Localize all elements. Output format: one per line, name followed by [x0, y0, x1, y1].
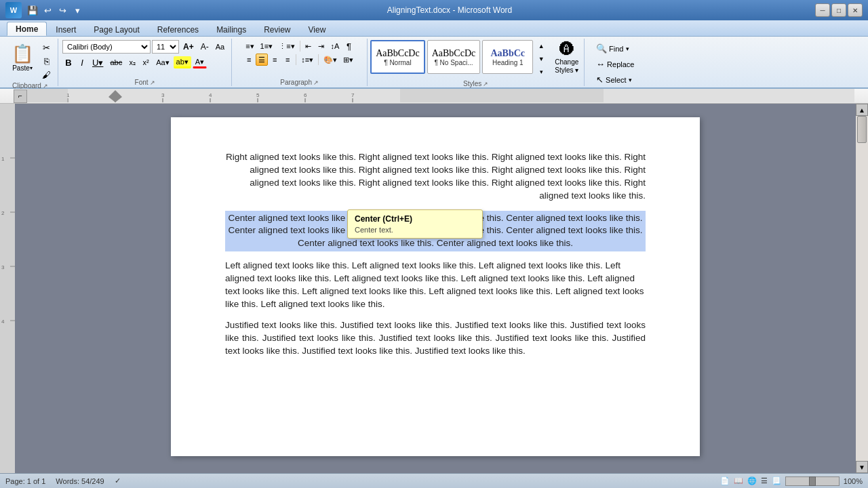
- bold-button[interactable]: B: [62, 56, 75, 68]
- zoom-slider[interactable]: [785, 476, 840, 486]
- multilevel-button[interactable]: ⋮≡▾: [276, 40, 297, 52]
- clipboard-content: 📋 Paste▾ ✂ ⎘ 🖌: [7, 40, 54, 81]
- sep2: [296, 54, 296, 65]
- style-normal-label: ¶ Normal: [384, 59, 411, 66]
- format-painter-button[interactable]: 🖌: [39, 68, 54, 81]
- title-bar-left: W 💾 ↩ ↪ ▾: [5, 2, 84, 18]
- paste-icon: 📋: [12, 43, 33, 64]
- document-scroll[interactable]: Right aligned text looks like this. Righ…: [15, 104, 856, 473]
- zoom-level: 100%: [844, 477, 863, 485]
- view-outline-btn[interactable]: ☰: [761, 476, 768, 485]
- style-normal[interactable]: AaBbCcDc ¶ Normal: [370, 40, 425, 74]
- justify-button[interactable]: ≡: [281, 54, 294, 66]
- ribbon-tabs: Home Insert Page Layout References Maili…: [0, 20, 868, 37]
- paragraph-right: Right aligned text looks like this. Righ…: [225, 151, 646, 203]
- subscript-button[interactable]: x₂: [126, 56, 138, 68]
- font-face-select[interactable]: Calibri (Body): [62, 40, 151, 54]
- clear-formatting-button[interactable]: Aa: [213, 41, 227, 53]
- maximize-button[interactable]: □: [831, 3, 846, 17]
- tab-view[interactable]: View: [300, 22, 335, 36]
- svg-rect-17: [27, 89, 68, 102]
- styles-scroll-down[interactable]: ▼: [535, 53, 547, 65]
- font-color-button[interactable]: A▾: [193, 56, 207, 68]
- view-web-btn[interactable]: 🌐: [747, 476, 757, 485]
- shading-button[interactable]: 🎨▾: [321, 54, 340, 66]
- tab-mailings[interactable]: Mailings: [208, 22, 255, 36]
- scroll-down-button[interactable]: ▼: [856, 461, 868, 473]
- select-label: Select: [606, 76, 627, 84]
- svg-text:3: 3: [1, 264, 5, 270]
- align-right-button[interactable]: ≡: [269, 54, 281, 66]
- superscript-button[interactable]: x²: [140, 56, 152, 68]
- svg-text:2: 2: [1, 210, 5, 216]
- style-heading1[interactable]: AaBbCc Heading 1: [482, 40, 533, 74]
- zoom-slider-thumb[interactable]: [809, 476, 816, 486]
- align-center-button[interactable]: ☰: [256, 54, 268, 66]
- cut-button[interactable]: ✂: [39, 41, 54, 54]
- tab-review[interactable]: Review: [255, 22, 299, 36]
- styles-more[interactable]: ▾: [535, 66, 547, 78]
- clipboard-expand[interactable]: ↗: [43, 83, 48, 89]
- tab-references[interactable]: References: [149, 22, 208, 36]
- scroll-thumb[interactable]: [857, 116, 867, 143]
- borders-button[interactable]: ⊞▾: [340, 54, 356, 66]
- ruler-area: 1 2 3 4 5 6 7: [27, 89, 854, 103]
- strikethrough-button[interactable]: abc: [107, 56, 125, 68]
- text-highlight-button[interactable]: ab▾: [174, 56, 191, 68]
- show-formatting-button[interactable]: ¶: [342, 40, 355, 52]
- paste-button[interactable]: 📋 Paste▾: [7, 40, 38, 75]
- customize-button[interactable]: ▾: [71, 3, 84, 17]
- change-styles-button[interactable]: 🅐 ChangeStyles ▾: [552, 40, 581, 75]
- styles-expand[interactable]: ↗: [483, 81, 488, 87]
- paragraph-content: ≡▾ 1≡▾ ⋮≡▾ ⇤ ⇥ ↕A ¶ ≡ ☰ ≡ ≡ ↕≡▾ 🎨▾ ⊞▾: [243, 40, 356, 77]
- document-page: Right aligned text looks like this. Righ…: [171, 117, 700, 456]
- ruler-corner[interactable]: ⌐: [14, 89, 27, 103]
- save-button[interactable]: 💾: [26, 3, 39, 17]
- italic-button[interactable]: I: [76, 56, 88, 68]
- align-left-button[interactable]: ≡: [243, 54, 255, 66]
- select-button[interactable]: ↖ Select ▾: [593, 73, 635, 87]
- app-icon: W: [5, 2, 22, 18]
- tab-home[interactable]: Home: [7, 22, 47, 36]
- line-spacing-button[interactable]: ↕≡▾: [298, 54, 316, 66]
- find-label: Find: [609, 45, 623, 53]
- increase-indent-button[interactable]: ⇥: [315, 40, 328, 52]
- copy-button[interactable]: ⎘: [39, 55, 54, 67]
- undo-button[interactable]: ↩: [41, 3, 54, 17]
- font-size-increase-button[interactable]: A+: [180, 41, 197, 53]
- font-size-select[interactable]: 11: [152, 40, 179, 54]
- close-button[interactable]: ✕: [848, 3, 863, 17]
- view-draft-btn[interactable]: 📃: [772, 476, 781, 485]
- decrease-indent-button[interactable]: ⇤: [302, 40, 315, 52]
- numbering-button[interactable]: 1≡▾: [258, 40, 276, 52]
- font-expand[interactable]: ↗: [150, 79, 155, 86]
- paragraph-expand[interactable]: ↗: [313, 79, 319, 86]
- sort-button[interactable]: ↕A: [328, 40, 342, 52]
- redo-button[interactable]: ↪: [56, 3, 69, 17]
- para-list-row: ≡▾ 1≡▾ ⋮≡▾ ⇤ ⇥ ↕A ¶: [243, 40, 355, 52]
- tab-page-layout[interactable]: Page Layout: [85, 22, 148, 36]
- find-button[interactable]: 🔍 Find ▾: [593, 41, 632, 56]
- replace-button[interactable]: ↔ Replace: [593, 57, 637, 71]
- word-count: Words: 54/249: [56, 477, 104, 485]
- view-print-btn[interactable]: 📄: [720, 476, 730, 485]
- styles-boxes: AaBbCcDc ¶ Normal AaBbCcDc ¶ No Spaci...…: [370, 40, 581, 79]
- style-no-spacing[interactable]: AaBbCcDc ¶ No Spaci...: [427, 40, 481, 74]
- svg-text:4: 4: [1, 319, 5, 325]
- font-size-decrease-button[interactable]: A-: [198, 41, 212, 53]
- bullets-button[interactable]: ≡▾: [243, 40, 256, 52]
- change-case-button[interactable]: Aa▾: [153, 56, 172, 68]
- style-nospacing-label: ¶ No Spaci...: [434, 59, 473, 66]
- style-heading1-label: Heading 1: [492, 59, 524, 66]
- scroll-up-button[interactable]: ▲: [856, 104, 868, 116]
- tab-insert[interactable]: Insert: [47, 22, 85, 36]
- view-full-screen-btn[interactable]: 📖: [734, 476, 743, 485]
- paragraph-left: Left aligned text looks like this. Left …: [225, 260, 646, 311]
- underline-button[interactable]: U▾: [90, 56, 106, 68]
- style-heading1-preview: AaBbCc: [490, 48, 525, 59]
- scroll-track[interactable]: [856, 116, 868, 461]
- font-face-row: Calibri (Body) 11 A+ A- Aa: [62, 40, 227, 54]
- editing-content: 🔍 Find ▾ ↔ Replace ↖ Select ▾: [593, 40, 637, 87]
- minimize-button[interactable]: ─: [815, 3, 830, 17]
- styles-scroll-up[interactable]: ▲: [535, 40, 547, 52]
